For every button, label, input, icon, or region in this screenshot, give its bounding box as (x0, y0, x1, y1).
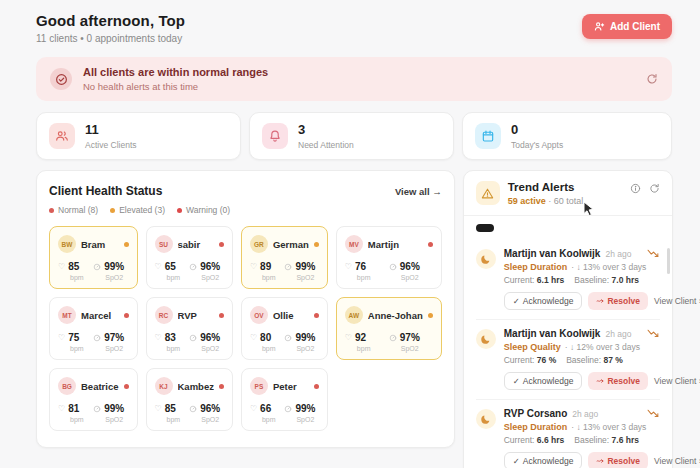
view-all-link[interactable]: View all → (395, 186, 442, 197)
bpm-unit-label: bpm (357, 345, 389, 352)
stats-row: 11 Active Clients 3 Need Attention 0 Tod… (36, 112, 672, 160)
moon-icon (476, 249, 496, 269)
client-card-header: BW Bram (58, 235, 129, 253)
legend-dot (49, 208, 54, 213)
acknowledge-button[interactable]: ✓ Acknowledge (504, 452, 583, 468)
client-name: Beatrice (81, 381, 119, 392)
vitals: ♡ 83 bpm 96% SpO2 (155, 332, 224, 352)
client-card[interactable]: BW Bram ♡ 85 bpm 99% (49, 226, 138, 289)
bpm-unit-label: bpm (262, 416, 284, 423)
spo2-vital: 96% SpO2 (389, 261, 433, 281)
view-client-link[interactable]: View Client › (654, 456, 700, 466)
trend-alerts-title: Trend Alerts (508, 181, 584, 193)
alert-tab[interactable] (524, 224, 542, 232)
bell-icon (262, 123, 288, 149)
refresh-icon[interactable] (646, 73, 658, 85)
refresh-icon[interactable] (649, 183, 660, 194)
client-card[interactable]: MV Martijn ♡ 76 bpm 96% (336, 226, 442, 289)
alert-tab[interactable] (500, 224, 518, 232)
vitals: ♡ 66 bpm 99% SpO2 (250, 403, 319, 423)
alert-item: RVP Corsano 2h ago Sleep Duration · ↓ 13… (476, 400, 660, 468)
heart-rate-vital: ♡ 65 bpm (155, 261, 190, 281)
resolve-button[interactable]: Resolve (588, 372, 648, 390)
status-dot (124, 242, 129, 247)
alert-item: Martijn van Koolwijk 2h ago Sleep Qualit… (476, 320, 660, 400)
all-clear-banner: All clients are within normal ranges No … (36, 57, 672, 101)
stat-text: 3 Need Attention (298, 122, 354, 150)
view-client-link[interactable]: View Client › (654, 296, 700, 306)
sidebar: Trend Alerts 59 active · 60 total (463, 170, 673, 468)
spo2-gauge-icon (389, 334, 397, 342)
add-client-button[interactable]: Add Client (582, 14, 672, 39)
acknowledge-button[interactable]: ✓ Acknowledge (504, 372, 583, 390)
stat-card-todays-appts[interactable]: 0 Today's Appts (462, 112, 672, 160)
status-dot (314, 242, 319, 247)
total-count: · 60 total (548, 196, 583, 206)
client-card[interactable]: AW Anne-Johan ♡ 92 bpm 97% (336, 297, 442, 360)
trend-alerts-panel: Trend Alerts 59 active · 60 total (463, 170, 673, 468)
bpm-unit-label: bpm (167, 274, 190, 281)
client-card[interactable]: SU sabir ♡ 65 bpm 96% (146, 226, 233, 289)
heart-rate-value: 85 (68, 261, 79, 272)
client-card[interactable]: GR German ♡ 89 bpm 99% (241, 226, 328, 289)
client-card-header: BG Beatrice (58, 377, 129, 395)
stat-card-active-clients[interactable]: 11 Active Clients (36, 112, 241, 160)
spo2-unit-label: SpO2 (401, 345, 433, 352)
view-client-link[interactable]: View Client › (654, 376, 700, 386)
spo2-gauge-icon (93, 263, 101, 271)
resolve-label: Resolve (607, 376, 640, 386)
person-plus-icon (594, 21, 605, 32)
client-card[interactable]: RC RVP ♡ 83 bpm 96% (146, 297, 233, 360)
avatar: AW (345, 306, 363, 324)
spo2-unit-label: SpO2 (401, 274, 433, 281)
main-content: Client Health Status Normal (8) Elevated… (36, 170, 672, 468)
stat-label: Active Clients (85, 140, 137, 150)
spo2-gauge-icon (189, 334, 197, 342)
resolve-button[interactable]: Resolve (588, 292, 648, 310)
status-dot (314, 384, 319, 389)
stat-card-need-attention[interactable]: 3 Need Attention (249, 112, 454, 160)
heart-rate-vital: ♡ 85 bpm (155, 403, 190, 423)
stat-label: Today's Appts (511, 140, 563, 150)
client-card[interactable]: PS Peter ♡ 66 bpm 99% (241, 368, 328, 431)
stat-text: 0 Today's Appts (511, 122, 563, 150)
alert-content: Martijn van Koolwijk 2h ago Sleep Durati… (504, 248, 660, 310)
heart-icon: ♡ (155, 263, 162, 271)
client-name: Bram (81, 239, 119, 250)
heart-rate-value: 80 (260, 332, 271, 343)
legend-label: Warning (0) (186, 205, 230, 215)
spo2-value: 99% (104, 403, 124, 414)
client-card-header: GR German (250, 235, 319, 253)
alert-content: RVP Corsano 2h ago Sleep Duration · ↓ 13… (504, 408, 660, 468)
trend-down-icon (647, 408, 660, 419)
heart-icon: ♡ (155, 405, 162, 413)
alert-content: Martijn van Koolwijk 2h ago Sleep Qualit… (504, 328, 660, 390)
acknowledge-button[interactable]: ✓ Acknowledge (504, 292, 583, 310)
heart-icon: ♡ (58, 263, 65, 271)
baseline-value: Baseline: 7.0 hrs (574, 275, 639, 285)
acknowledge-label: Acknowledge (523, 456, 574, 466)
heart-rate-vital: ♡ 92 bpm (345, 332, 389, 352)
client-name: RVP (178, 310, 214, 321)
legend-dot (177, 208, 182, 213)
alert-metric: Sleep Duration (504, 422, 568, 432)
alert-tab[interactable] (476, 224, 494, 232)
stat-text: 11 Active Clients (85, 122, 137, 150)
spo2-gauge-icon (284, 405, 292, 413)
scrollbar-thumb[interactable] (667, 248, 670, 274)
client-card[interactable]: BG Beatrice ♡ 81 bpm 99% (49, 368, 138, 431)
info-icon[interactable] (630, 183, 641, 194)
resolve-button[interactable]: Resolve (588, 452, 648, 468)
avatar: PS (250, 377, 268, 395)
client-card[interactable]: KJ Kambez ♡ 85 bpm 96% (146, 368, 233, 431)
alert-time: 2h ago (572, 409, 598, 419)
client-card[interactable]: OV Ollie ♡ 80 bpm 99% (241, 297, 328, 360)
vitals: ♡ 76 bpm 96% SpO2 (345, 261, 433, 281)
spo2-unit-label: SpO2 (296, 345, 318, 352)
current-value: Current: 6.6 hrs (504, 435, 565, 445)
check-icon: ✓ (513, 376, 520, 386)
client-card[interactable]: MT Marcel ♡ 75 bpm 97% (49, 297, 138, 360)
spo2-value: 99% (295, 403, 315, 414)
check-circle-icon (50, 68, 72, 90)
acknowledge-label: Acknowledge (523, 296, 574, 306)
